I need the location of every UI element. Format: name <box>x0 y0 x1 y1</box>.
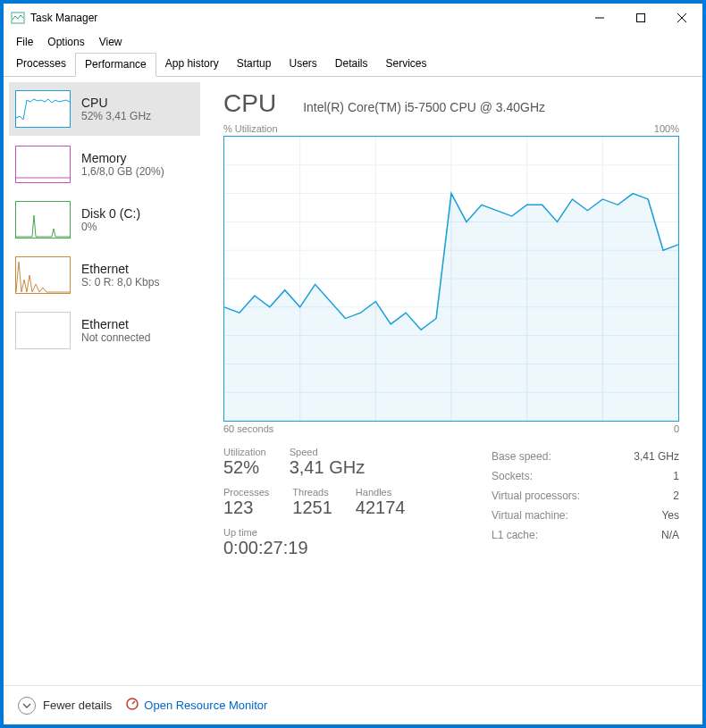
performance-sidebar: CPU 52% 3,41 GHz Memory 1,6/8,0 GB (20%) <box>4 77 206 685</box>
sockets-key: Sockets: <box>492 466 533 486</box>
tab-bar: Processes Performance App history Startu… <box>4 52 702 77</box>
processes-value: 123 <box>223 498 269 518</box>
processes-label: Processes <box>223 487 269 498</box>
titlebar[interactable]: Task Manager <box>4 4 702 32</box>
menu-view[interactable]: View <box>94 34 128 50</box>
menubar: File Options View <box>4 32 702 52</box>
window-controls <box>579 4 702 32</box>
threads-value: 1251 <box>292 498 332 518</box>
tab-startup[interactable]: Startup <box>228 53 281 77</box>
sidebar-item-memory[interactable]: Memory 1,6/8,0 GB (20%) <box>9 138 200 191</box>
chart-bottom-left-label: 60 seconds <box>223 423 273 434</box>
open-resource-monitor-link[interactable]: Open Resource Monitor <box>126 698 267 713</box>
sidebar-item-label: Memory <box>81 151 164 165</box>
chart-top-left-label: % Utilization <box>223 123 278 134</box>
speed-value: 3,41 GHz <box>290 457 365 478</box>
svg-marker-19 <box>224 194 678 421</box>
cpu-thumb-icon <box>15 90 71 128</box>
ethernet2-thumb-icon <box>15 312 71 349</box>
uptime-value: 0:00:27:19 <box>223 538 308 558</box>
stats-right: Base speed:3,41 GHz Sockets:1 Virtual pr… <box>492 447 679 567</box>
fewer-details-label: Fewer details <box>43 699 112 712</box>
minimize-button[interactable] <box>579 4 620 32</box>
chevron-down-icon <box>18 697 36 715</box>
handles-label: Handles <box>356 487 406 498</box>
base-speed-key: Base speed: <box>492 447 551 466</box>
tab-details[interactable]: Details <box>326 53 377 77</box>
l1-key: L1 cache: <box>492 525 538 545</box>
utilization-value: 52% <box>223 457 266 478</box>
vm-value: Yes <box>661 506 679 525</box>
sidebar-item-label: CPU <box>81 96 151 110</box>
menu-file[interactable]: File <box>11 34 38 50</box>
tab-processes[interactable]: Processes <box>7 53 75 77</box>
tab-services[interactable]: Services <box>377 53 436 77</box>
main-panel: CPU Intel(R) Core(TM) i5-7500 CPU @ 3.40… <box>206 77 702 685</box>
vm-key: Virtual machine: <box>492 506 568 525</box>
content-area: CPU 52% 3,41 GHz Memory 1,6/8,0 GB (20%) <box>4 77 702 685</box>
svg-rect-2 <box>637 14 645 22</box>
footer-bar: Fewer details Open Resource Monitor <box>4 685 702 724</box>
sidebar-item-sub: 52% 3,41 GHz <box>81 110 151 122</box>
sidebar-item-ethernet[interactable]: Ethernet S: 0 R: 8,0 Kbps <box>9 248 200 302</box>
sidebar-item-label: Disk 0 (C:) <box>81 206 140 221</box>
sidebar-item-sub: Not connected <box>81 331 150 344</box>
sidebar-item-ethernet-2[interactable]: Ethernet Not connected <box>9 304 200 357</box>
cpu-model-label: Intel(R) Core(TM) i5-7500 CPU @ 3.40GHz <box>303 100 545 114</box>
window-title: Task Manager <box>30 12 579 24</box>
sidebar-item-sub: 0% <box>81 221 140 233</box>
threads-label: Threads <box>292 487 332 498</box>
vproc-value: 2 <box>673 486 679 506</box>
tab-performance[interactable]: Performance <box>75 53 156 77</box>
resource-monitor-label: Open Resource Monitor <box>144 699 267 712</box>
tab-app-history[interactable]: App history <box>156 53 228 77</box>
fewer-details-button[interactable]: Fewer details <box>18 697 112 715</box>
base-speed-value: 3,41 GHz <box>634 447 679 466</box>
handles-value: 42174 <box>356 498 406 518</box>
close-button[interactable] <box>661 4 702 32</box>
sidebar-item-cpu[interactable]: CPU 52% 3,41 GHz <box>9 82 200 136</box>
task-manager-window: Task Manager File Options View Processes… <box>4 4 702 724</box>
sidebar-item-label: Ethernet <box>81 262 159 276</box>
sidebar-item-disk[interactable]: Disk 0 (C:) 0% <box>9 193 200 247</box>
l1-value: N/A <box>661 525 679 545</box>
cpu-utilization-chart[interactable] <box>223 136 679 422</box>
sockets-value: 1 <box>673 466 679 486</box>
maximize-button[interactable] <box>620 4 661 32</box>
page-title: CPU <box>223 89 276 118</box>
tab-users[interactable]: Users <box>280 53 325 77</box>
resource-monitor-icon <box>126 698 139 713</box>
ethernet-thumb-icon <box>15 256 71 294</box>
speed-label: Speed <box>290 447 365 457</box>
utilization-label: Utilization <box>223 447 266 457</box>
sidebar-item-sub: S: 0 R: 8,0 Kbps <box>81 276 159 289</box>
chart-bottom-right-label: 0 <box>674 423 679 434</box>
memory-thumb-icon <box>15 146 71 183</box>
stats-left: Utilization 52% Speed 3,41 GHz Processes… <box>223 447 456 567</box>
svg-line-21 <box>132 701 135 704</box>
disk-thumb-icon <box>15 201 71 238</box>
sidebar-item-sub: 1,6/8,0 GB (20%) <box>81 165 164 178</box>
menu-options[interactable]: Options <box>42 34 89 50</box>
vproc-key: Virtual processors: <box>492 486 580 506</box>
sidebar-item-label: Ethernet <box>81 317 150 331</box>
task-manager-icon <box>11 11 25 25</box>
chart-top-right-label: 100% <box>654 123 679 134</box>
uptime-label: Up time <box>223 527 308 538</box>
